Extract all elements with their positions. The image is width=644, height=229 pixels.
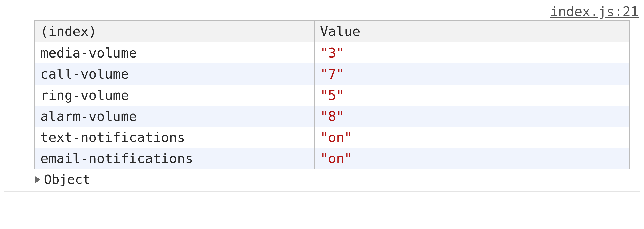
cell-key: alarm-volume: [34, 106, 314, 127]
cell-value: "5": [314, 85, 630, 106]
console-table-container: (index) Value media-volume "3" call-volu…: [34, 20, 630, 188]
cell-key: email-notifications: [34, 148, 314, 169]
disclosure-triangle-icon[interactable]: [35, 176, 40, 184]
table-row[interactable]: text-notifications "on": [34, 127, 630, 148]
cell-value: "3": [314, 42, 630, 63]
table-row[interactable]: ring-volume "5": [34, 85, 630, 106]
string-value: "on": [320, 130, 352, 145]
cell-key: media-volume: [34, 42, 314, 63]
string-value: "5": [320, 88, 344, 103]
string-value: "7": [320, 66, 344, 82]
column-header-value[interactable]: Value: [314, 21, 630, 42]
cell-value: "on": [314, 127, 630, 148]
string-value: "on": [320, 151, 352, 166]
cell-value: "on": [314, 148, 630, 169]
table-row[interactable]: media-volume "3": [34, 42, 630, 63]
string-value: "8": [320, 109, 344, 124]
table-header-row: (index) Value: [34, 21, 630, 42]
string-value: "3": [320, 45, 344, 61]
cell-key: ring-volume: [34, 85, 314, 106]
table-row[interactable]: call-volume "7": [34, 63, 630, 84]
column-header-index[interactable]: (index): [34, 21, 314, 42]
cell-value: "7": [314, 63, 630, 84]
table-row[interactable]: email-notifications "on": [34, 148, 630, 169]
cell-key: call-volume: [34, 63, 314, 84]
divider: [4, 191, 640, 192]
cell-key: text-notifications: [34, 127, 314, 148]
console-panel: index.js:21 (index) Value media-volume "…: [0, 0, 644, 229]
object-label: Object: [44, 171, 90, 188]
console-table: (index) Value media-volume "3" call-volu…: [34, 20, 630, 169]
table-row[interactable]: alarm-volume "8": [34, 106, 630, 127]
object-disclosure-row[interactable]: Object: [34, 171, 630, 188]
source-link[interactable]: index.js:21: [4, 4, 640, 19]
cell-value: "8": [314, 106, 630, 127]
